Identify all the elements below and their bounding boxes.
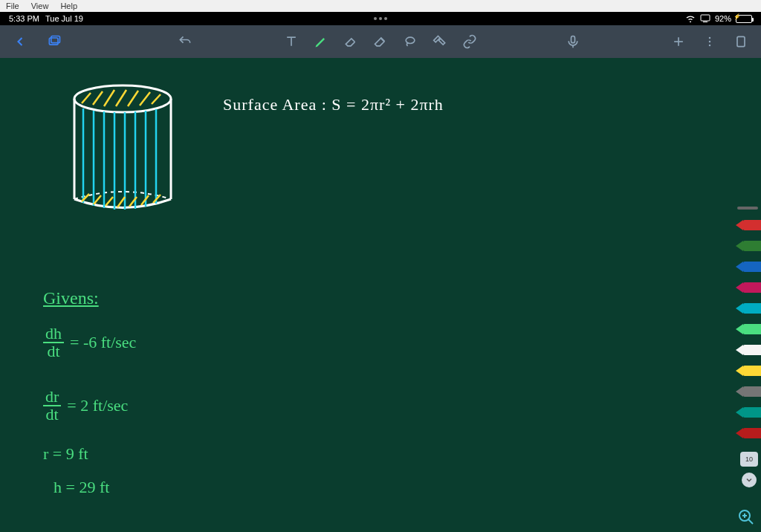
windows-icon[interactable] bbox=[46, 33, 62, 50]
eraser-tool[interactable] bbox=[343, 33, 359, 50]
svg-line-35 bbox=[94, 195, 101, 204]
svg-point-13 bbox=[709, 41, 711, 43]
battery-percent: 92% bbox=[715, 14, 731, 23]
battery-icon: ⚡ bbox=[736, 15, 752, 23]
link-tool[interactable] bbox=[462, 33, 478, 50]
eraser-alt-tool[interactable] bbox=[372, 33, 389, 50]
menu-view[interactable]: View bbox=[28, 1, 52, 10]
dhdt-value: = -6 ft/sec bbox=[70, 333, 136, 352]
dhdt-denominator: dt bbox=[47, 343, 59, 360]
screen-mirror-icon bbox=[700, 14, 710, 24]
svg-line-23 bbox=[128, 91, 138, 106]
ipad-status-bar: 5:33 PM Tue Jul 19 92% ⚡ bbox=[0, 12, 761, 25]
drdt-numerator: dr bbox=[43, 389, 61, 406]
multitask-dots[interactable] bbox=[374, 17, 387, 20]
svg-point-12 bbox=[709, 37, 711, 39]
drdt-equation: dr dt = 2 ft/sec bbox=[43, 389, 128, 423]
svg-rect-15 bbox=[737, 36, 745, 46]
svg-line-21 bbox=[104, 90, 114, 106]
back-button[interactable] bbox=[12, 33, 28, 50]
givens-heading: Givens: bbox=[43, 288, 99, 308]
zoom-in-button[interactable] bbox=[737, 508, 755, 526]
svg-rect-8 bbox=[571, 36, 575, 43]
svg-rect-1 bbox=[703, 22, 707, 22]
dhdt-equation: dh dt = -6 ft/sec bbox=[43, 325, 136, 360]
pen-pink[interactable] bbox=[736, 279, 761, 296]
menu-file[interactable]: File bbox=[3, 1, 22, 10]
pen-blue[interactable] bbox=[736, 259, 761, 275]
status-date: Tue Jul 19 bbox=[45, 14, 83, 23]
lasso-tool[interactable] bbox=[402, 33, 418, 50]
app-menu-bar: File View Help bbox=[0, 0, 761, 12]
scroll-down-button[interactable] bbox=[742, 473, 757, 487]
mic-button[interactable] bbox=[565, 33, 581, 50]
r-value: r = 9 ft bbox=[43, 444, 88, 464]
svg-line-36 bbox=[106, 197, 113, 206]
pen-red[interactable] bbox=[736, 217, 761, 233]
pen-darkred[interactable] bbox=[736, 425, 761, 441]
svg-line-37 bbox=[117, 197, 125, 207]
pen-gray[interactable] bbox=[736, 383, 761, 400]
drdt-denominator: dt bbox=[46, 406, 59, 423]
wifi-icon bbox=[685, 14, 696, 24]
formula-text: Surface Area : S = 2πr² + 2πrh bbox=[223, 95, 444, 114]
undo-button[interactable] bbox=[177, 33, 193, 50]
pen-green[interactable] bbox=[736, 321, 761, 337]
pen-palette: ✕ bbox=[734, 207, 761, 462]
pen-white[interactable] bbox=[736, 342, 761, 358]
drawing-canvas[interactable]: Surface Area : S = 2πr² + 2πrh Givens: d… bbox=[0, 58, 761, 532]
text-tool[interactable] bbox=[283, 33, 299, 50]
pages-button[interactable] bbox=[733, 33, 749, 50]
shape-tool[interactable] bbox=[432, 33, 448, 50]
cylinder-drawing bbox=[67, 84, 178, 218]
svg-line-19 bbox=[82, 93, 91, 103]
palette-handle[interactable] bbox=[737, 207, 758, 210]
svg-line-24 bbox=[140, 92, 150, 106]
svg-line-25 bbox=[152, 94, 161, 104]
status-time: 5:33 PM bbox=[9, 14, 39, 23]
svg-point-14 bbox=[709, 45, 711, 47]
svg-line-20 bbox=[93, 91, 103, 105]
svg-line-22 bbox=[116, 90, 126, 106]
h-value: h = 29 ft bbox=[54, 478, 109, 497]
page-number-badge[interactable]: 10 bbox=[740, 452, 758, 467]
pen-darkgreen[interactable] bbox=[736, 238, 761, 254]
svg-line-42 bbox=[748, 519, 753, 524]
pen-tool[interactable] bbox=[313, 33, 329, 50]
pen-teal[interactable] bbox=[736, 404, 761, 421]
app-toolbar bbox=[0, 25, 761, 58]
add-button[interactable] bbox=[670, 33, 687, 50]
pen-cyan[interactable] bbox=[736, 300, 761, 317]
more-button[interactable] bbox=[702, 33, 718, 50]
pen-yellow[interactable] bbox=[736, 363, 761, 379]
menu-help[interactable]: Help bbox=[57, 1, 80, 10]
drdt-value: = 2 ft/sec bbox=[67, 396, 128, 415]
dhdt-numerator: dh bbox=[43, 325, 64, 343]
svg-rect-0 bbox=[701, 15, 710, 21]
